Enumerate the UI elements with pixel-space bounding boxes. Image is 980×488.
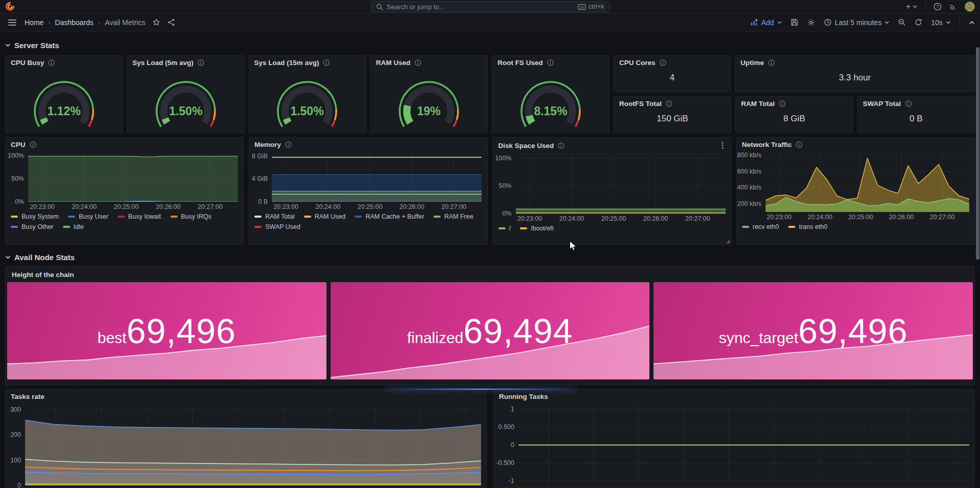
top-nav: Search or jump to... ctrl+k + ? (0, 0, 980, 13)
breadcrumb-home[interactable]: Home (25, 18, 43, 27)
legend-item[interactable]: Busy Other (11, 223, 54, 230)
panel-title[interactable]: Network Traffic (742, 141, 792, 148)
panel-uptime: Uptime 3.3 hour (735, 55, 975, 92)
info-icon[interactable] (905, 100, 912, 107)
info-icon[interactable] (198, 59, 204, 66)
panel-cpu-chart: CPU 0%50%100% 20:23:0020:24:0020:25:0020… (5, 137, 244, 245)
info-icon[interactable] (796, 141, 802, 148)
panel-title[interactable]: Root FS Used (497, 59, 543, 67)
scrollbar-thumb[interactable] (976, 47, 979, 260)
panel-title[interactable]: Height of the chain (7, 269, 973, 282)
svg-text:8.15%: 8.15% (534, 104, 567, 118)
panel-title[interactable]: Sys Load (5m avg) (133, 59, 193, 67)
chart-plot[interactable] (25, 405, 481, 485)
y-axis: -1-0.50000.5001 (494, 405, 518, 485)
news-icon[interactable] (949, 3, 957, 10)
divider (925, 3, 926, 11)
legend-item[interactable]: Busy System (11, 213, 59, 220)
info-icon[interactable] (415, 59, 421, 66)
panel-title[interactable]: SWAP Total (863, 100, 901, 108)
panel-title[interactable]: CPU Cores (619, 59, 656, 67)
stat-value: 8 GiB (736, 109, 853, 133)
panel-rootfs-total: RootFS Total 150 GiB (614, 96, 731, 133)
panel-title[interactable]: Disk Space Used (498, 142, 554, 150)
info-icon[interactable] (323, 59, 330, 66)
panel-memory-chart: Memory 0 B4 GiB8 GiB 20:23:0020:24:0020:… (249, 137, 487, 245)
info-icon[interactable] (285, 141, 292, 148)
section-server-stats[interactable]: Server Stats (5, 35, 975, 55)
info-icon[interactable] (779, 100, 786, 107)
panel-menu-icon[interactable] (720, 141, 726, 150)
chart-plot[interactable] (516, 154, 726, 214)
legend-item[interactable]: Busy Iowait (118, 213, 161, 220)
y-axis: 200 kb/s400 kb/s600 kb/s800 kb/s (737, 153, 766, 212)
info-icon[interactable] (558, 142, 564, 149)
legend-item[interactable]: RAM Used (304, 213, 345, 220)
section-avail-node-stats[interactable]: Avail Node Stats (5, 248, 975, 266)
help-icon[interactable]: ? (933, 3, 942, 11)
panel-title[interactable]: Tasks rate (11, 393, 45, 400)
grafana-logo-icon[interactable] (5, 2, 15, 12)
chevron-down-icon (946, 20, 951, 25)
legend-item[interactable]: Idle (63, 223, 84, 230)
new-button[interactable]: + (906, 2, 918, 12)
chart-plot[interactable] (272, 153, 482, 202)
legend-item[interactable]: RAM Free (433, 213, 473, 220)
chart-plot[interactable] (28, 153, 238, 202)
user-avatar[interactable] (965, 2, 975, 12)
refresh-interval-picker[interactable]: 10s (931, 18, 951, 27)
chart-plot[interactable] (766, 153, 969, 212)
refresh-button[interactable] (914, 18, 922, 26)
stat-value: 0 B (858, 109, 974, 133)
panel-title[interactable]: Uptime (741, 59, 764, 67)
panel-resize-handle[interactable] (726, 240, 730, 243)
chevron-right-icon: › (98, 19, 100, 26)
info-icon[interactable] (768, 59, 775, 66)
chart-legend: recv eth0trans eth0 (737, 220, 974, 230)
legend-item[interactable]: Busy IRQs (170, 213, 212, 220)
panel-cpu-cores: CPU Cores 4 (614, 55, 731, 92)
panel-title[interactable]: RAM Total (741, 100, 775, 108)
panel-loading-indicator (386, 389, 576, 390)
legend-item[interactable]: / (498, 225, 511, 232)
info-icon[interactable] (666, 100, 672, 107)
settings-button[interactable] (807, 18, 815, 27)
gear-icon (807, 18, 815, 27)
panel-title[interactable]: RAM Used (376, 59, 410, 67)
legend-item[interactable]: Busy User (68, 213, 108, 220)
share-icon[interactable] (167, 18, 175, 26)
info-icon[interactable] (30, 141, 36, 148)
legend-item[interactable]: RAM Total (254, 213, 294, 220)
time-range-picker[interactable]: Last 5 minutes (824, 18, 889, 27)
panel-title[interactable]: CPU Busy (11, 59, 44, 67)
add-button[interactable]: Add (750, 18, 782, 27)
search-placeholder: Search or jump to... (387, 3, 445, 11)
legend-item[interactable]: trans eth0 (788, 223, 827, 230)
panel-title[interactable]: RootFS Total (619, 100, 662, 108)
collapse-toolbar-button[interactable] (969, 19, 975, 26)
breadcrumb-dashboards[interactable]: Dashboards (55, 18, 94, 27)
legend-item[interactable]: /boot/efi (520, 225, 553, 232)
chart-plot[interactable] (518, 405, 969, 485)
info-icon[interactable] (660, 59, 666, 66)
panel-network-chart: Network Traffic 200 kb/s400 kb/s600 kb/s… (736, 137, 975, 245)
info-icon[interactable] (547, 59, 554, 66)
svg-text:1.12%: 1.12% (47, 104, 80, 118)
panel-title[interactable]: CPU (11, 141, 26, 148)
legend-item[interactable]: SWAP Used (254, 223, 300, 230)
dashboard-toolbar: Home › Dashboards › Avail Metrics Add La… (0, 13, 980, 32)
info-icon[interactable] (48, 59, 55, 66)
legend-item[interactable]: recv eth0 (742, 223, 779, 230)
menu-toggle-icon[interactable] (5, 15, 19, 30)
legend-item[interactable]: RAM Cache + Buffer (355, 213, 424, 220)
svg-text:1.50%: 1.50% (169, 104, 202, 118)
stat-label: finalized (407, 329, 463, 347)
search-input[interactable]: Search or jump to... ctrl+k (371, 1, 610, 12)
keyboard-icon (578, 4, 586, 10)
panel-title[interactable]: Memory (254, 141, 281, 148)
panel-title[interactable]: Sys Load (15m avg) (254, 59, 319, 67)
panel-title[interactable]: Running Tasks (499, 393, 548, 400)
favorite-star-icon[interactable] (153, 18, 160, 26)
save-button[interactable] (791, 18, 798, 26)
zoom-out-button[interactable] (898, 18, 906, 26)
